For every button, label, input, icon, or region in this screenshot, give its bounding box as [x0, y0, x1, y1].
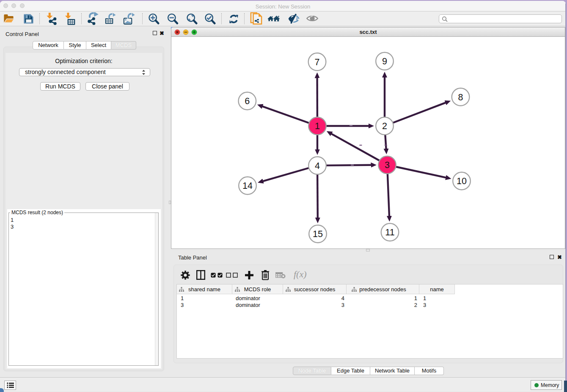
svg-text:8: 8 — [458, 92, 463, 102]
svg-text:14: 14 — [242, 181, 253, 191]
svg-text:11: 11 — [385, 227, 394, 237]
svg-text:9: 9 — [382, 56, 387, 66]
svg-text:7: 7 — [315, 57, 320, 67]
svg-text:2: 2 — [382, 121, 387, 131]
svg-text:3: 3 — [385, 160, 390, 170]
svg-text:10: 10 — [457, 176, 467, 186]
svg-text:15: 15 — [313, 229, 323, 239]
svg-text:6: 6 — [245, 96, 250, 106]
svg-text:1: 1 — [315, 121, 320, 131]
svg-text:4: 4 — [315, 161, 320, 171]
